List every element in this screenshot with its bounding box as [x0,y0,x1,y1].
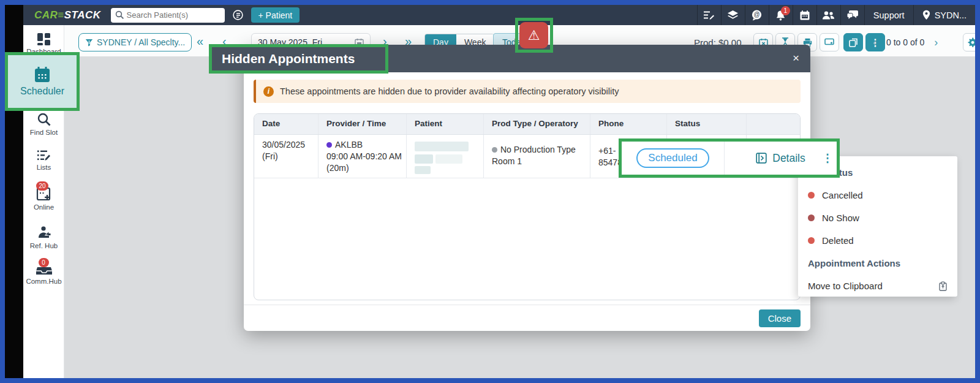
display-settings-button[interactable] [820,33,839,51]
info-icon: i [263,86,274,97]
copy-schedule-button[interactable] [843,33,863,51]
gear-icon [968,37,975,47]
search-input[interactable] [111,8,225,23]
annotation-scheduler[interactable]: Scheduler [5,52,80,111]
bell-badge: 1 [781,6,790,15]
location-pin-icon [922,10,930,20]
search-icon [115,10,124,20]
top-navbar: CAR≡STACK + Patient @ 1 [23,5,975,25]
annotation-status-details: Scheduled Details ⋮ [619,138,840,178]
location-selector[interactable]: SYDN... [913,5,975,25]
col-provider-time: Provider / Time [318,114,407,134]
menu-appointment-actions-header: Appointment Actions [798,252,957,275]
layers-icon[interactable] [721,5,745,25]
details-button[interactable]: Details [725,142,837,175]
details-panel-icon [756,153,767,164]
sidebar-item-ref-hub[interactable]: Ref. Hub [23,226,64,249]
location-specialty-filter[interactable]: SYDNEY / All Speclty... [78,33,192,51]
calendar-icon[interactable] [793,5,816,25]
col-date: Date [254,114,318,134]
annotation-warning-button [515,18,553,53]
menu-item-no-show[interactable]: No Show [798,207,957,229]
online-badge: 20 [36,181,48,191]
notifications-bell-icon[interactable]: 1 [769,5,793,25]
screenshot-frame: CAR≡STACK + Patient @ 1 [5,5,975,378]
pagination: ‹ 0 to 0 of 0 › [873,37,938,47]
comm-hub-badge: 0 [39,258,49,267]
monitor-icon [824,38,834,47]
annotation-modal-title: Hidden Appointments [209,44,388,74]
copy-icon [849,38,858,47]
info-banner: i These appointments are hidden due to p… [254,80,801,103]
modal-close-icon[interactable]: × [793,51,799,65]
provider-color-dot [326,142,332,148]
cell-date: 30/05/2025 (Fri) [254,135,318,178]
col-prod-type: Prod Type / Operatory [484,114,590,134]
no-show-dot [808,214,815,221]
col-actions [747,114,800,134]
col-status: Status [667,114,747,134]
recent-patients-icon[interactable] [232,9,244,21]
add-patient-button[interactable]: + Patient [251,7,300,23]
deleted-dot [808,237,815,244]
hidden-appointments-modal: × i These appointments are hidden due to… [244,45,810,331]
cell-prod-type: No Production Type Room 1 [484,135,590,178]
pager-prev-icon[interactable]: ‹ [873,38,876,47]
col-phone: Phone [590,114,667,134]
cell-patient-redacted [407,135,484,178]
find-slot-icon [37,112,51,127]
dashboard-icon [37,32,51,46]
tasks-icon[interactable] [697,5,721,25]
menu-item-cancelled[interactable]: Cancelled [798,184,957,207]
sidebar-item-lists[interactable]: Lists [23,150,64,171]
modal-title: Hidden Appointments [222,51,355,66]
prod-type-dot [492,147,497,153]
menu-item-deleted[interactable]: Deleted [798,229,957,252]
chat-at-icon[interactable]: @ [745,5,769,25]
cancelled-dot [808,192,815,199]
pager-next-icon[interactable]: › [934,38,938,47]
pager-text: 0 to 0 of 0 [886,37,924,47]
referral-hub-icon [37,226,51,240]
status-badge[interactable]: Scheduled [636,148,709,168]
menu-item-move-to-clipboard[interactable]: Move to Clipboard [798,275,957,297]
scheduler-icon [34,66,51,83]
prev-all-arrow[interactable]: « [197,32,203,50]
sidebar-item-find-slot[interactable]: Find Slot [23,112,64,136]
status-cell-patch: Scheduled [622,142,725,175]
navbar-right-icons: @ 1 Support SYDN... [697,5,975,25]
sidebar-item-scheduler-label: Scheduler [20,86,64,97]
clipboard-export-icon [938,281,948,291]
messages-icon[interactable] [840,5,864,25]
col-patient: Patient [407,114,484,134]
filter-funnel-icon [85,39,93,47]
patient-search [111,8,225,23]
sidebar-item-online[interactable]: 20 Online [23,186,64,211]
users-icon[interactable] [816,5,840,25]
carestack-logo: CAR≡STACK [34,9,101,21]
settings-gear-button[interactable] [963,33,975,51]
row-kebab-icon[interactable]: ⋮ [822,151,833,165]
modal-footer: Close [244,305,810,331]
modal-close-button[interactable]: Close [759,309,801,327]
support-link[interactable]: Support [864,5,913,25]
table-header-row: Date Provider / Time Patient Prod Type /… [254,114,800,135]
sidebar-item-comm-hub[interactable]: 0 Comm.Hub [23,262,64,285]
svg-text:@: @ [754,11,760,18]
cell-provider-time: AKLBB 09:00 AM-09:20 AM (20m) [318,135,407,178]
lists-icon [37,150,51,162]
